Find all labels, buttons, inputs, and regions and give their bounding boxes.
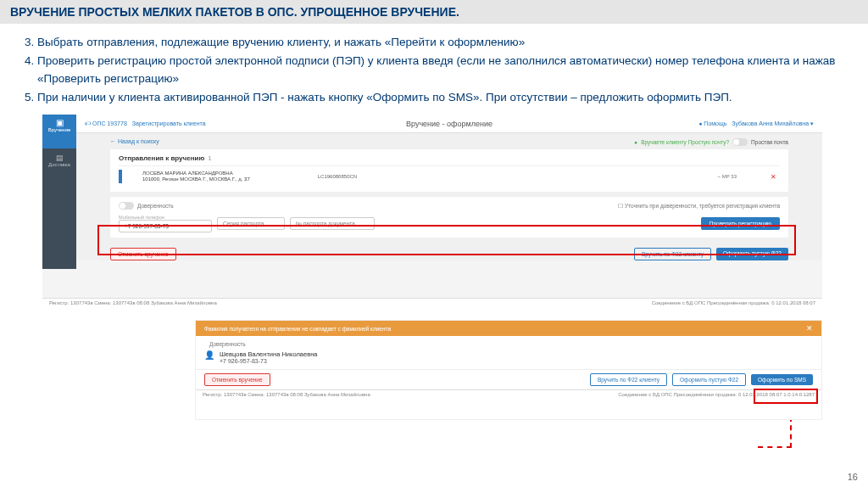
shipment-row[interactable]: ЛОСЕВА МАРИНА АЛЕКСАНДРОВНА 101000, Реги… [119, 165, 780, 187]
empty-f22-button-2[interactable]: Оформить пустую Ф22 [672, 373, 746, 386]
proxy-toggle[interactable] [119, 202, 134, 210]
passport-series-input[interactable]: Серия паспорта [217, 217, 285, 230]
register-client-link[interactable]: Зарегистрировать клиента [132, 120, 206, 126]
instruction-5: При наличии у клиента активированной ПЭП… [37, 89, 851, 106]
simple-mail-prompt: ● Вручаете клиенту Простую почту? Проста… [634, 138, 788, 146]
content: Выбрать отправления, подлежащие вручению… [0, 24, 868, 106]
sidebar: ▣ Вручение ▤ Доставка [42, 115, 76, 269]
statusbar: Регистр: 1307743в Смена: 1307743в 08:08 … [42, 298, 822, 310]
passport-number-input[interactable]: № паспорта документа [290, 217, 375, 230]
sidebar-dostavka-icon[interactable]: ▤ Доставка [42, 148, 76, 182]
screenshot-1: ▣ Вручение ▤ Доставка 🏷 ОПС 193778 Зарег… [42, 115, 822, 310]
empty-f22-button[interactable]: Оформить пустую Ф22 [716, 248, 788, 260]
remove-shipment-icon[interactable]: ✕ [771, 173, 776, 181]
instruction-3: Выбрать отправления, подлежащие вручению… [37, 34, 851, 51]
back-link[interactable]: ← Назад к поиску [110, 138, 159, 146]
f22-client-button-2[interactable]: Вручить по Ф22 клиенту [590, 373, 667, 386]
f22-client-button[interactable]: Вручить по Ф22 клиенту [634, 248, 711, 260]
help-link[interactable]: ● Помощь [698, 120, 726, 126]
page-header: ВРУЧЕНИЕ ПРОСТЫХ МЕЛКИХ ПАКЕТОВ В ОПС. У… [0, 0, 868, 24]
client-name: Шевцова Валентина Николаевна [220, 350, 317, 358]
shipment-code: LC196080850CN [318, 174, 357, 179]
proxy-label-2: Доверенность [209, 341, 246, 347]
ops-badge: 🏷 ОПС 193778 [85, 120, 127, 126]
simple-mail-toggle[interactable] [732, 138, 748, 146]
shipment-tag: ~ МР 33 [717, 174, 737, 179]
registration-panel: Доверенность ☐ Уточнить при доверенности… [110, 197, 788, 238]
user-name[interactable]: Зубакова Анна Михайловна [732, 120, 809, 126]
screenshot-2: Фамилия получателя на отправлении не сов… [195, 320, 822, 420]
panel-title-text: Отправления к вручению [119, 154, 204, 162]
warning-banner: Фамилия получателя на отправлении не сов… [196, 321, 821, 336]
sms-button[interactable]: Оформить по SMS [751, 374, 813, 385]
proxy-label: Доверенность [137, 203, 174, 209]
cancel-delivery-button-2[interactable]: Отменить вручение [204, 373, 270, 386]
check-registration-button[interactable]: Проверить регистрацию [701, 217, 780, 230]
close-warning-icon[interactable]: ✕ [806, 324, 813, 333]
registration-hint: ☐ Уточнить при доверенности, требуется р… [618, 203, 780, 210]
instruction-4: Проверить регистрацию простой электронно… [37, 53, 851, 87]
cancel-delivery-button[interactable]: Отменить вручение [110, 248, 176, 260]
panel-count: 1 [208, 154, 211, 162]
page-number: 16 [848, 472, 858, 482]
person-icon: 👤 [204, 350, 214, 360]
shipments-panel: Отправления к вручению 1 ЛОСЕВА МАРИНА А… [110, 149, 788, 192]
page-title: Вручение - оформление [406, 120, 492, 128]
sidebar-delivery-icon[interactable]: ▣ Вручение [42, 115, 76, 148]
client-phone: +7 926-957-83-73 [220, 358, 317, 364]
instructions: Выбрать отправления, подлежащие вручению… [17, 34, 851, 106]
phone-input[interactable]: +7 926-957-83-73 [119, 220, 212, 232]
statusbar-2: Регистр: 1307743в Смена: 1307743в 08:08 … [196, 389, 821, 401]
topbar: 🏷 ОПС 193778 Зарегистрировать клиента Вр… [76, 115, 822, 133]
